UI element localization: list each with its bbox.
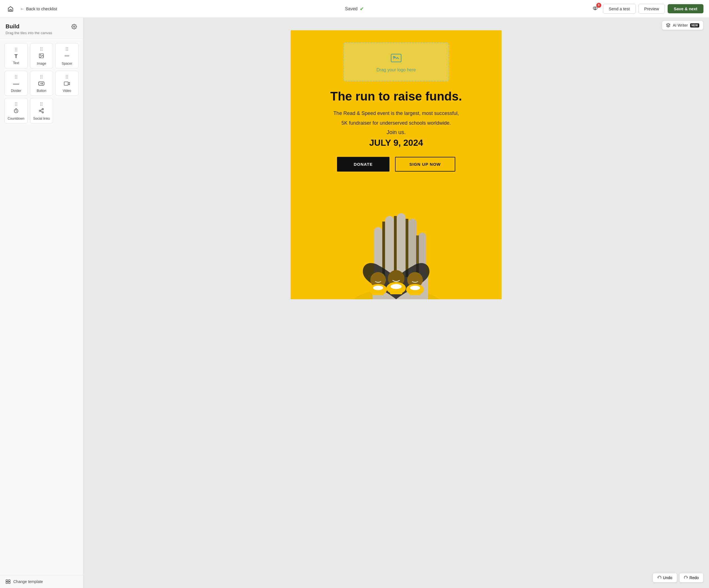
svg-point-38: [373, 286, 383, 290]
text-tile-icon: T: [15, 54, 18, 59]
ai-writer-new-badge: NEW: [690, 23, 699, 27]
notifications-button[interactable]: 9: [590, 4, 600, 14]
drag-handle-button: [40, 75, 43, 79]
email-subtext1: The Read & Speed event is the largest, m…: [307, 110, 485, 117]
email-body: The run to raise funds. The Read & Speed…: [291, 81, 502, 194]
back-to-checklist-button[interactable]: ← Back to checklist: [20, 6, 57, 11]
svg-point-15: [42, 112, 44, 113]
email-buttons: DONATE SIGN UP NOW: [307, 157, 485, 171]
preview-button[interactable]: Preview: [638, 4, 665, 14]
drag-handle-social-links: [40, 102, 43, 106]
svg-point-42: [391, 284, 402, 289]
tile-divider-label: Divider: [11, 89, 21, 93]
signup-button[interactable]: SIGN UP NOW: [395, 157, 455, 171]
sidebar-subtitle: Drag the tiles into the canvas: [5, 31, 52, 35]
svg-point-14: [40, 110, 41, 112]
svg-rect-33: [405, 219, 409, 277]
ai-writer-button[interactable]: AI Writer NEW: [662, 21, 704, 30]
donate-button[interactable]: DONATE: [337, 157, 389, 171]
drag-handle-text: [15, 48, 17, 51]
nav-left: ← Back to checklist: [5, 4, 57, 14]
tile-divider[interactable]: Divider: [4, 71, 28, 96]
sidebar-header: Build Drag the tiles into the canvas: [0, 18, 83, 38]
change-template-button[interactable]: Change template: [0, 575, 83, 588]
nav-center: Saved ✔: [345, 6, 364, 12]
svg-rect-32: [394, 216, 397, 277]
notification-badge: 9: [596, 3, 601, 8]
tile-button[interactable]: Button: [30, 71, 53, 96]
svg-point-5: [40, 55, 41, 55]
logo-drop-text: Drag your logo here: [376, 68, 416, 73]
saved-check-icon: ✔: [360, 6, 364, 12]
settings-button[interactable]: [71, 23, 77, 31]
svg-point-46: [410, 286, 420, 290]
svg-rect-10: [64, 82, 68, 85]
svg-point-3: [74, 26, 75, 27]
tile-text-label: Text: [13, 61, 19, 65]
svg-point-23: [393, 56, 394, 57]
email-headline: The run to raise funds.: [307, 90, 485, 103]
sidebar: Build Drag the tiles into the canvas T T…: [0, 18, 83, 588]
tile-spacer-label: Spacer: [62, 62, 72, 65]
svg-rect-6: [65, 55, 69, 56]
canvas-area: No images? Click here AI Writer NEW: [83, 18, 709, 588]
send-test-button[interactable]: Send a test: [603, 4, 636, 14]
nav-right: 9 Send a test Preview Save & next: [590, 4, 704, 14]
button-tile-icon: [38, 81, 45, 87]
svg-line-17: [41, 109, 43, 110]
svg-rect-27: [397, 213, 405, 280]
drag-handle-spacer: [66, 47, 68, 51]
spacer-tile-icon: [64, 53, 70, 60]
countdown-tile-icon: [13, 108, 19, 115]
change-template-label: Change template: [13, 580, 43, 584]
svg-line-16: [41, 111, 43, 112]
email-date: JULY 9, 2024: [307, 138, 485, 148]
tile-button-label: Button: [37, 89, 46, 93]
image-tile-icon: [38, 53, 44, 60]
drag-handle-countdown: [15, 102, 17, 106]
email-template: Drag your logo here The run to raise fun…: [291, 30, 502, 299]
tile-image-label: Image: [37, 62, 46, 65]
email-illustration: [291, 194, 502, 299]
video-tile-icon: [64, 81, 70, 87]
tile-video[interactable]: Video: [55, 71, 79, 96]
tile-spacer[interactable]: Spacer: [55, 43, 79, 69]
tile-image[interactable]: Image: [30, 43, 53, 69]
svg-rect-19: [8, 580, 10, 581]
divider-tile-icon: [13, 81, 19, 87]
canvas-container: No images? Click here AI Writer NEW: [83, 18, 709, 299]
undo-redo-bar: Undo Redo: [653, 573, 704, 583]
redo-label: Redo: [689, 576, 699, 580]
drag-handle-video: [66, 75, 68, 79]
undo-button[interactable]: Undo: [653, 573, 677, 583]
save-next-button[interactable]: Save & next: [667, 4, 704, 13]
logo-placeholder-icon: [390, 51, 403, 65]
ai-writer-label: AI Writer: [673, 23, 688, 27]
drag-handle-divider: [15, 75, 17, 79]
logo-area: Drag your logo here: [291, 30, 502, 81]
svg-rect-0: [10, 9, 11, 11]
redo-button[interactable]: Redo: [679, 573, 704, 583]
svg-rect-18: [6, 580, 8, 581]
social-links-tile-icon: [38, 108, 44, 115]
tiles-grid: T Text Image Space: [0, 38, 83, 575]
logo-drop-zone[interactable]: Drag your logo here: [343, 43, 449, 81]
back-arrow-icon: ←: [20, 6, 24, 11]
drag-handle-image: [40, 47, 43, 51]
undo-label: Undo: [663, 576, 672, 580]
saved-label: Saved: [345, 6, 358, 11]
svg-rect-20: [6, 582, 8, 584]
email-subtext2: 5K fundraiser for underserved schools wo…: [307, 119, 485, 127]
svg-point-13: [42, 109, 44, 110]
top-nav: ← Back to checklist Saved ✔ 9 Send a tes…: [0, 0, 709, 18]
home-button[interactable]: [5, 4, 16, 14]
tile-text[interactable]: T Text: [4, 43, 28, 69]
tile-social-links-label: Social links: [33, 116, 50, 121]
hand-children-illustration: [327, 194, 466, 299]
tile-social-links[interactable]: Social links: [30, 98, 53, 124]
no-images-bar: No images? Click here: [83, 18, 709, 25]
tile-countdown[interactable]: Countdown: [4, 98, 28, 124]
tile-video-label: Video: [63, 89, 71, 93]
svg-rect-21: [8, 582, 10, 584]
email-join-text: Join us.: [307, 129, 485, 135]
